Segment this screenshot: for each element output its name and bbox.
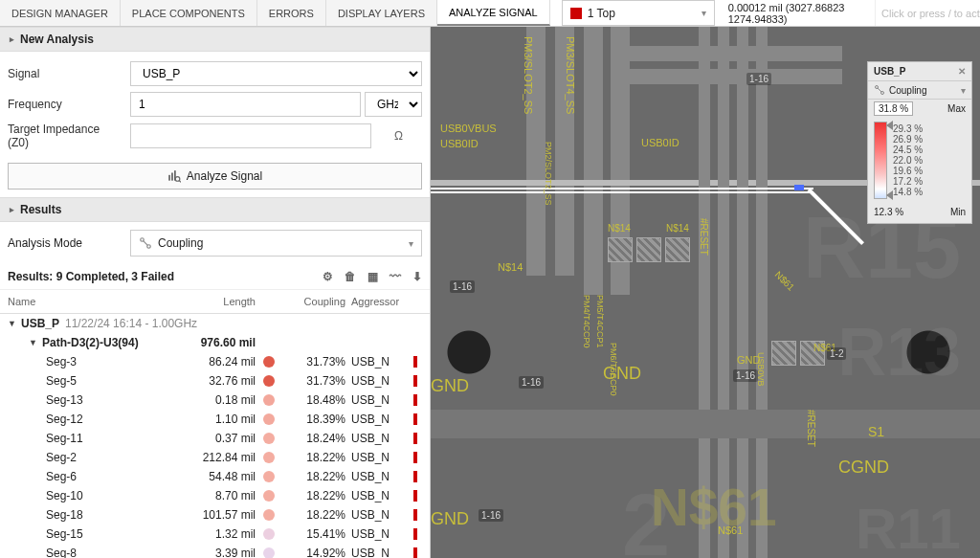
tab-bar: DESIGN MANAGER PLACE COMPONENTS ERRORS D…	[0, 0, 550, 26]
graph-icon[interactable]: 〰	[390, 270, 401, 283]
signal-label: Signal	[8, 67, 122, 80]
cursor-coordinates: 0.00012 mil (3027.86823 1274.94833)	[715, 0, 875, 26]
legend-max-label: Max	[947, 103, 966, 114]
z0-input[interactable]	[130, 123, 371, 148]
legend-min-value: 12.3 %	[874, 207, 903, 217]
svg-rect-0	[168, 175, 170, 181]
result-segment-row[interactable]: Seg-18 101.57 mil 18.22% USB_N	[0, 505, 430, 525]
collapse-icon: ▸	[10, 34, 14, 44]
analyze-signal-button[interactable]: Analyze Signal	[8, 163, 422, 190]
legend-mode-select[interactable]: Coupling ▾	[868, 81, 971, 100]
chevron-down-icon: ▾	[409, 238, 413, 249]
close-icon[interactable]: ✕	[958, 66, 966, 77]
result-group-row[interactable]: ▼USB_P11/22/24 16:14 - 1.00GHz	[0, 314, 430, 333]
table-icon[interactable]: ▦	[368, 270, 378, 283]
legend-max-value: 31.8 %	[874, 101, 913, 116]
download-icon[interactable]: ⬇	[412, 270, 422, 283]
analyze-icon	[167, 169, 181, 183]
settings-icon[interactable]: ⚙	[323, 270, 333, 283]
svg-line-4	[179, 181, 181, 183]
legend-title: USB_P	[874, 66, 905, 77]
frequency-label: Frequency	[8, 98, 122, 111]
z0-unit: Ω	[375, 123, 422, 148]
tab-design-manager[interactable]: DESIGN MANAGER	[0, 0, 121, 26]
legend-gradient-bar[interactable]	[874, 122, 887, 199]
result-segment-row[interactable]: Seg-3 86.24 mil 31.73% USB_N	[0, 352, 430, 371]
result-segment-row[interactable]: Seg-2 212.84 mil 18.22% USB_N	[0, 448, 430, 467]
results-summary: Results: 9 Completed, 3 Failed	[8, 270, 174, 283]
svg-rect-1	[171, 173, 173, 181]
z0-label: Target Impedance (Z0)	[8, 123, 122, 149]
delete-icon[interactable]: 🗑	[345, 270, 356, 283]
result-segment-row[interactable]: Seg-5 32.76 mil 31.73% USB_N	[0, 371, 430, 391]
tab-display-layers[interactable]: DISPLAY LAYERS	[326, 0, 437, 26]
result-segment-row[interactable]: Seg-15 1.32 mil 15.41% USB_N	[0, 525, 430, 544]
tab-place-components[interactable]: PLACE COMPONENTS	[121, 0, 257, 26]
tab-analyze-signal[interactable]: ANALYZE SIGNAL	[437, 0, 550, 26]
result-path-row[interactable]: ▼ Path-D3(2)-U3(94)976.60 mil	[0, 333, 430, 352]
legend-ticks: 29.3 %26.9 %24.5 %22.0 %19.6 %17.2 %14.8…	[893, 122, 966, 199]
layer-selector[interactable]: 1 Top ▾	[562, 0, 715, 26]
coupling-icon	[874, 84, 885, 96]
results-rows-container: ▼USB_P11/22/24 16:14 - 1.00GHz ▼ Path-D3…	[0, 314, 430, 558]
signal-select[interactable]: USB_P	[130, 61, 422, 86]
analysis-mode-select[interactable]: Coupling ▾	[130, 230, 422, 257]
layer-color-swatch	[570, 8, 582, 19]
result-segment-row[interactable]: Seg-10 8.70 mil 18.22% USB_N	[0, 486, 430, 505]
analysis-mode-label: Analysis Mode	[8, 236, 122, 250]
svg-point-3	[175, 177, 180, 182]
layer-name: 1 Top	[588, 7, 615, 20]
result-segment-row[interactable]: Seg-8 3.39 mil 14.92% USB_N	[0, 544, 430, 558]
results-table-header: Name Length Coupling Aggressor	[0, 290, 430, 314]
frequency-input[interactable]	[130, 92, 361, 117]
results-header[interactable]: ▸ Results	[0, 197, 430, 222]
chevron-down-icon: ▾	[961, 85, 966, 96]
coupling-icon	[139, 236, 152, 250]
pcb-canvas[interactable]: R15 R13 R11 2 N$61 USB0VBUS USB0ID USB0I…	[431, 27, 980, 558]
result-segment-row[interactable]: Seg-13 0.18 mil 18.48% USB_N	[0, 391, 430, 410]
new-analysis-header[interactable]: ▸ New Analysis	[0, 27, 430, 52]
command-hint[interactable]: Click or press / to activate c	[875, 0, 980, 26]
tab-errors[interactable]: ERRORS	[257, 0, 326, 26]
coupling-legend: USB_P ✕ Coupling ▾ 31.8 % Max 29.3 %26.9…	[867, 61, 972, 224]
collapse-icon: ▸	[10, 205, 14, 214]
chevron-down-icon: ▾	[702, 8, 706, 18]
legend-min-label: Min	[950, 207, 966, 217]
result-segment-row[interactable]: Seg-6 54.48 mil 18.22% USB_N	[0, 467, 430, 486]
result-segment-row[interactable]: Seg-11 0.37 mil 18.24% USB_N	[0, 429, 430, 448]
result-segment-row[interactable]: Seg-12 1.10 mil 18.39% USB_N	[0, 410, 430, 429]
frequency-unit-select[interactable]: GHz	[365, 92, 422, 117]
